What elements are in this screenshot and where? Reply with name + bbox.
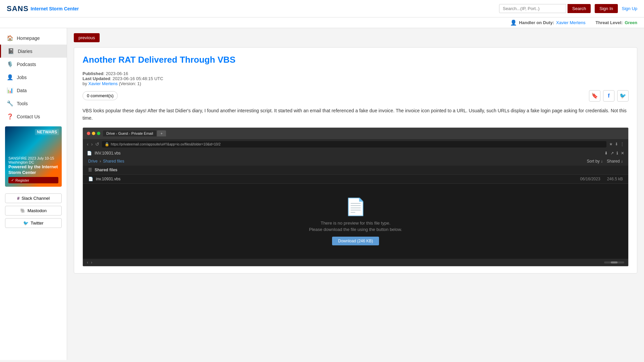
sidebar-item-tools[interactable]: 🔧 Tools	[0, 97, 67, 110]
col-name: Shared files	[95, 168, 623, 172]
browser-content: Drive › Shared files Sort by ↓ Shared ↓ …	[83, 157, 628, 266]
signup-link[interactable]: Sign Up	[622, 6, 637, 11]
scrollbar-thumb	[611, 261, 618, 263]
threat-value: Green	[625, 20, 637, 25]
article-meta: Published: 2023-06-16 Last Updated: 2023…	[83, 71, 629, 86]
threat-level: Threat Level: Green	[596, 20, 638, 25]
signin-button[interactable]: Sign In	[595, 4, 618, 13]
comments-button[interactable]: 0 comment(s)	[83, 91, 118, 100]
author-link[interactable]: Xavier Mertens	[88, 81, 117, 86]
sidebar: 🏠 Homepage 📓 Diaries 🎙️ Podcasts 👤 Jobs …	[0, 28, 67, 360]
info-icon[interactable]: ℹ	[616, 151, 618, 156]
sidebar-item-podcasts[interactable]: 🎙️ Podcasts	[0, 58, 67, 71]
browser-address-bar: ‹ › ↺ 🔒 https://privateemail.com/appsuit…	[83, 139, 628, 149]
browser-action-icons: ★ ⬇ ⋮	[609, 142, 624, 146]
close-icon[interactable]: ✕	[621, 151, 624, 156]
file-list-name: inv.10931.vbs	[96, 177, 580, 181]
sans-label: SANS	[7, 4, 29, 13]
sidebar-item-jobs[interactable]: 👤 Jobs	[0, 71, 67, 84]
sidebar-label-data: Data	[17, 88, 27, 93]
sidebar-label-tools: Tools	[17, 101, 28, 106]
file-name-text: INV.10931.vbs	[95, 151, 121, 156]
slack-channel-button[interactable]: # Slack Channel	[5, 193, 62, 203]
breadcrumb-sub[interactable]: Shared files	[103, 159, 124, 164]
search-button[interactable]: Search	[568, 4, 591, 13]
close-dot	[87, 132, 90, 135]
sidebar-label-diaries: Diaries	[18, 49, 33, 54]
dl-icon[interactable]: ⬇	[604, 151, 608, 156]
mastodon-label: Mastodon	[28, 208, 47, 213]
version-label: (Version: 1)	[119, 81, 141, 86]
home-icon: 🏠	[7, 35, 13, 41]
file-list-size: 246.5 kB	[607, 177, 623, 181]
published-label: Published	[83, 71, 103, 76]
mastodon-button[interactable]: 🐘 Mastodon	[5, 206, 62, 216]
no-preview-text-1: There is no preview for this file type.	[321, 221, 390, 226]
isc-label: Internet Storm Center	[31, 6, 79, 11]
prev-page-icon[interactable]: ‹	[87, 260, 88, 265]
ad-register-button[interactable]: ✓ Register	[8, 177, 58, 183]
sidebar-item-diaries[interactable]: 📓 Diaries	[0, 45, 67, 58]
layout: 🏠 Homepage 📓 Diaries 🎙️ Podcasts 👤 Jobs …	[0, 28, 644, 360]
prev-button[interactable]: previous	[74, 33, 100, 42]
next-page-icon[interactable]: ›	[91, 260, 92, 265]
share-buttons: 🔖 f 🐦	[589, 90, 629, 102]
ad-title: Powered by the Internet Storm Center	[8, 164, 58, 176]
breadcrumb: Drive › Shared files	[88, 159, 124, 164]
new-tab-button[interactable]: +	[157, 130, 166, 136]
horizontal-scrollbar[interactable]	[604, 261, 624, 263]
sidebar-label-podcasts: Podcasts	[17, 62, 36, 67]
sidebar-label-jobs: Jobs	[17, 75, 27, 80]
sidebar-social: # Slack Channel 🐘 Mastodon 🐦 Twitter	[0, 190, 67, 231]
sidebar-item-contact[interactable]: ❓ Contact Us	[0, 110, 67, 123]
share-icon[interactable]: ↗	[610, 151, 614, 156]
download-icon[interactable]: ⬇	[615, 142, 618, 146]
site-logo[interactable]: SANS Internet Storm Center	[7, 4, 79, 13]
files-column-header: ☰ Shared files	[83, 166, 628, 175]
search-container: Search Sign In Sign Up	[499, 4, 637, 13]
header: SANS Internet Storm Center Search Sign I…	[0, 0, 644, 17]
bookmark-button[interactable]: 🔖	[589, 90, 600, 102]
shared-label[interactable]: Shared ↓	[607, 159, 623, 164]
url-bar[interactable]: 🔒 https://privateemail.com/appsuite/ui#!…	[102, 141, 606, 147]
active-browser-tab[interactable]: Drive - Guest - Private Email	[103, 130, 156, 136]
download-large-button[interactable]: Download (246 KB)	[332, 237, 379, 245]
sidebar-label-homepage: Homepage	[17, 36, 40, 41]
browser-screenshot: Drive - Guest - Private Email + ‹ › ↺ 🔒 …	[83, 127, 629, 266]
article-body: VBS looks popular these days! After the …	[83, 107, 629, 122]
updated-label: Last Updated	[83, 76, 110, 81]
threat-label: Threat Level:	[596, 20, 623, 25]
browser-chrome: Drive - Guest - Private Email +	[83, 128, 628, 139]
sort-label[interactable]: Sort by ↓	[587, 159, 603, 164]
maximize-dot	[97, 132, 100, 135]
file-preview-icon: 📄	[345, 197, 366, 217]
file-icon: 📄	[87, 151, 92, 156]
article-title[interactable]: Another RAT Delivered Through VBS	[83, 54, 629, 66]
search-input[interactable]	[499, 4, 566, 13]
forward-icon[interactable]: ›	[91, 141, 93, 147]
browser-toolbar-actions: ⬇ ↗ ℹ ✕	[604, 151, 624, 156]
breadcrumb-root[interactable]: Drive	[88, 159, 98, 164]
diary-icon: 📓	[8, 48, 14, 54]
sidebar-item-homepage[interactable]: 🏠 Homepage	[0, 32, 67, 45]
refresh-icon[interactable]: ↺	[95, 141, 99, 147]
settings-icon[interactable]: ⋮	[620, 142, 624, 146]
twitter-share-button[interactable]: 🐦	[617, 90, 629, 102]
facebook-icon: f	[608, 93, 609, 99]
minimize-dot	[92, 132, 95, 135]
sidebar-item-data[interactable]: 📊 Data	[0, 84, 67, 97]
facebook-share-button[interactable]: f	[603, 90, 614, 102]
file-list-item[interactable]: 📄 inv.10931.vbs 06/16/2023 246.5 kB	[83, 175, 628, 184]
article-actions: 0 comment(s) 🔖 f 🐦	[83, 90, 629, 102]
browser-statusbar: ‹ ›	[83, 259, 628, 266]
handler-name[interactable]: Xavier Mertens	[556, 20, 585, 25]
updated-date: 2023-06-16 05:48:15 UTC	[113, 76, 163, 81]
twitter-button[interactable]: 🐦 Twitter	[5, 218, 62, 228]
no-preview-text-2: Please download the file using the butto…	[309, 227, 402, 232]
handler-bar: 👤 Handler on Duty: Xavier Mertens Threat…	[0, 17, 644, 28]
star-icon[interactable]: ★	[609, 142, 613, 146]
ad-banner[interactable]: NETWARS SANSFIRE 2023 July 10-15 Washing…	[5, 126, 62, 187]
back-icon[interactable]: ‹	[87, 141, 89, 147]
handler-icon: 👤	[510, 19, 517, 26]
ad-logo-label: NETWARS	[35, 129, 59, 135]
